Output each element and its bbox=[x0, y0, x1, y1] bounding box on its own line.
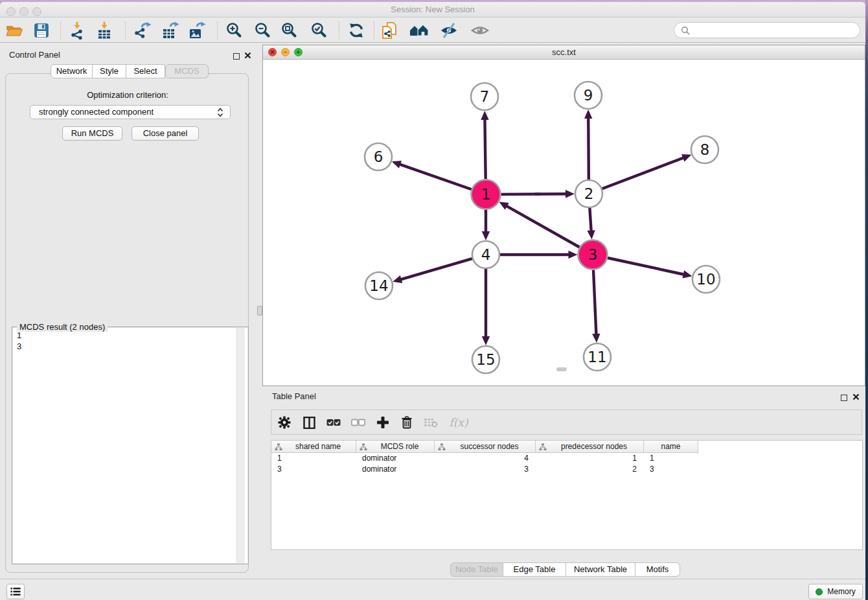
status-bar: Memory bbox=[0, 579, 865, 600]
table-cell[interactable]: 1 bbox=[536, 453, 644, 464]
save-icon bbox=[33, 22, 50, 39]
memory-button[interactable]: Memory bbox=[808, 584, 863, 599]
table-cell[interactable]: 1 bbox=[644, 453, 698, 464]
node-3[interactable]: 3 bbox=[578, 240, 608, 270]
table-cell[interactable]: dominator bbox=[356, 464, 435, 475]
tab-motifs[interactable]: Motifs bbox=[635, 562, 680, 577]
close-table-panel-button[interactable] bbox=[852, 391, 860, 403]
tab-network-table[interactable]: Network Table bbox=[566, 562, 635, 577]
edge-1-6[interactable] bbox=[398, 164, 472, 189]
edge-2-3[interactable] bbox=[589, 208, 591, 233]
splitter-handle[interactable] bbox=[257, 306, 262, 316]
zoom-out-button[interactable] bbox=[252, 20, 274, 41]
delete-table-button[interactable] bbox=[421, 413, 440, 432]
function-builder-button[interactable]: f(x) bbox=[446, 413, 471, 432]
search-icon bbox=[681, 26, 690, 35]
node-14[interactable]: 14 bbox=[365, 272, 393, 299]
tab-node-table[interactable]: Node Table bbox=[450, 562, 503, 577]
select-all-button[interactable] bbox=[324, 413, 343, 432]
table-settings-button[interactable] bbox=[275, 413, 294, 432]
zoom-selected-button[interactable] bbox=[308, 20, 330, 41]
node-15[interactable]: 15 bbox=[472, 346, 499, 373]
open-session-button[interactable] bbox=[3, 20, 25, 41]
node-7[interactable]: 7 bbox=[471, 83, 498, 110]
column-header-predecessor-nodes[interactable]: predecessor nodes bbox=[536, 441, 644, 453]
table-cell[interactable]: 3 bbox=[435, 464, 536, 475]
column-header-successor-nodes[interactable]: successor nodes bbox=[435, 441, 536, 453]
table-cell[interactable]: dominator bbox=[356, 453, 435, 464]
zoom-in-icon bbox=[225, 21, 244, 40]
search-input[interactable] bbox=[694, 25, 849, 35]
edge-1-2[interactable] bbox=[501, 194, 567, 194]
tab-mcds[interactable]: MCDS bbox=[165, 64, 209, 78]
table-cell[interactable]: 3 bbox=[271, 464, 356, 475]
zoom-in-button[interactable] bbox=[223, 20, 246, 41]
node-4[interactable]: 4 bbox=[472, 241, 499, 268]
main-toolbar bbox=[0, 17, 865, 43]
application-window: Session: New Session bbox=[0, 0, 868, 600]
run-mcds-button[interactable]: Run MCDS bbox=[62, 126, 122, 141]
clone-network-button[interactable] bbox=[378, 20, 400, 41]
close-panel-button-2[interactable]: Close panel bbox=[131, 126, 199, 141]
svg-text:1: 1 bbox=[481, 186, 491, 203]
tab-select[interactable]: Select bbox=[126, 64, 165, 78]
tab-style[interactable]: Style bbox=[93, 64, 126, 78]
result-line: 3 bbox=[17, 341, 247, 352]
edge-2-9[interactable] bbox=[588, 117, 589, 179]
show-all-networks-button[interactable] bbox=[408, 20, 430, 41]
table-panel-title: Table Panel bbox=[272, 391, 316, 401]
export-image-button[interactable] bbox=[186, 20, 208, 41]
mcds-result-list[interactable]: 13 bbox=[13, 328, 247, 563]
node-9[interactable]: 9 bbox=[575, 82, 602, 109]
deselect-all-button[interactable] bbox=[348, 413, 368, 432]
column-header-shared-name[interactable]: shared name bbox=[271, 441, 356, 453]
float-panel-button[interactable] bbox=[233, 51, 240, 62]
edge-1-7[interactable] bbox=[485, 118, 485, 179]
column-header-name[interactable]: name bbox=[644, 441, 698, 453]
table-cell[interactable]: 4 bbox=[435, 453, 536, 464]
edge-3-1[interactable] bbox=[505, 205, 579, 248]
stepper-icon bbox=[217, 108, 223, 117]
tab-network[interactable]: Network bbox=[51, 64, 93, 78]
network-graph[interactable]: 7968124314101511 bbox=[263, 60, 865, 386]
result-scrollbar[interactable] bbox=[236, 328, 245, 563]
task-history-button[interactable] bbox=[6, 584, 25, 599]
zoom-fit-button[interactable] bbox=[279, 20, 301, 41]
import-table-button[interactable] bbox=[93, 20, 115, 41]
edge-3-11[interactable] bbox=[593, 270, 596, 336]
edge-2-8[interactable] bbox=[602, 157, 685, 189]
float-table-panel-button[interactable] bbox=[841, 392, 847, 404]
table-cell[interactable]: 1 bbox=[271, 453, 356, 464]
export-network-button[interactable] bbox=[131, 20, 154, 41]
criterion-dropdown[interactable]: strongly connected component bbox=[30, 105, 231, 119]
node-8[interactable]: 8 bbox=[691, 136, 718, 163]
hide-panel-button[interactable] bbox=[438, 20, 460, 41]
export-table-button[interactable] bbox=[159, 20, 181, 41]
toolbar-separator bbox=[125, 22, 126, 39]
delete-column-button[interactable] bbox=[397, 413, 417, 432]
columns-icon bbox=[303, 417, 315, 429]
svg-text:4: 4 bbox=[481, 246, 491, 263]
close-panel-button[interactable] bbox=[244, 50, 251, 62]
table-cell[interactable]: 2 bbox=[536, 464, 644, 475]
refresh-layout-button[interactable] bbox=[345, 20, 367, 41]
node-2[interactable]: 2 bbox=[575, 180, 602, 207]
node-1[interactable]: 1 bbox=[472, 180, 501, 209]
table-cell[interactable]: 3 bbox=[644, 464, 698, 475]
node-10[interactable]: 10 bbox=[692, 266, 720, 293]
add-column-button[interactable] bbox=[373, 413, 393, 432]
edge-3-10[interactable] bbox=[608, 258, 685, 275]
select-columns-button[interactable] bbox=[299, 413, 319, 432]
node-11[interactable]: 11 bbox=[584, 343, 611, 371]
show-panel-button[interactable] bbox=[469, 20, 491, 41]
network-hscrollbar[interactable] bbox=[556, 367, 567, 371]
edge-arrow bbox=[683, 270, 692, 278]
edge-4-14[interactable] bbox=[400, 259, 472, 280]
node-6[interactable]: 6 bbox=[365, 143, 392, 170]
save-session-button[interactable] bbox=[30, 20, 52, 41]
edge-arrow bbox=[569, 251, 578, 259]
tab-edge-table[interactable]: Edge Table bbox=[503, 562, 566, 577]
import-network-button[interactable] bbox=[66, 20, 88, 41]
search-field[interactable] bbox=[674, 22, 860, 38]
column-header-MCDS-role[interactable]: MCDS role bbox=[356, 441, 435, 453]
